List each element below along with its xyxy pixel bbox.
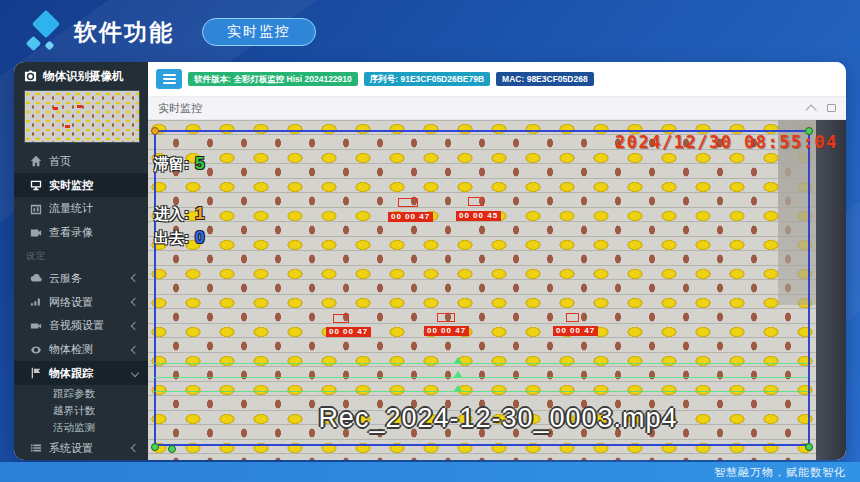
detect-icon [30,344,42,356]
sidebar-item-label: 网络设置 [49,295,125,310]
sidebar-item-live-monitor[interactable]: 实时监控 [14,173,148,197]
sidebar-item-recordings[interactable]: 查看录像 [14,221,148,245]
counting-line-direction-icon [454,371,462,377]
sidebar-item-av-settings[interactable]: 音视频设置 [14,314,148,338]
detection-box [566,313,579,322]
sidebar-item-system-settings[interactable]: 系统设置 [14,436,148,460]
video-background-edge [816,120,846,460]
chevron-collapsed-icon [131,345,139,353]
detection-region-border [154,130,810,446]
flag-icon [30,367,42,379]
detection-timer-label: 00 00 47 [424,326,469,336]
camera-thumbnail[interactable] [24,90,140,143]
footer: 智慧融万物，赋能数智化 [0,462,860,482]
sidebar-subitem-activity-monitor[interactable]: 活动监测 [14,419,148,436]
sidebar-item-cloud-service[interactable]: 云服务 [14,266,148,290]
playback-icon [30,227,42,239]
system-icon [30,442,42,454]
sidebar-subitem-crossing-count[interactable]: 越界计数 [14,402,148,419]
counting-line [154,391,808,392]
roi-handle-top-left[interactable] [151,127,159,135]
counter-exited: 出去: 0 [154,228,204,248]
section-title: 实时监控 [158,101,202,116]
serial-badge: 序列号: 91E3CF05D26BE79B [364,72,490,86]
video-timestamp: 2024/12/30 08:55:04 [615,132,838,152]
brand-logo-icon [26,10,66,54]
footer-slogan: 智慧融万物，赋能数智化 [714,465,846,480]
counter-entered: 进入: 1 [154,204,204,224]
video-filename-overlay: Rec_2024-12-30_0003.mp4 [233,403,763,434]
sidebar-item-label: 物体跟踪 [49,366,125,381]
sidebar-item-label: 云服务 [49,271,125,286]
section-strip: 实时监控 [148,96,846,120]
sidebar-item-label: 查看录像 [49,225,93,240]
detection-timer-label: 00 00 45 [456,211,501,221]
sidebar-item-traffic-stats[interactable]: 流量统计 [14,197,148,221]
sidebar: 物体识别摄像机 首页 实时监控 流量统计 查看录像 设定 云服务 [14,62,148,460]
main-content: 软件版本: 全彩灯板监控 Hisi 2024122910 序列号: 91E3CF… [148,62,846,460]
camera-icon [24,70,37,83]
chevron-collapsed-icon [131,274,139,282]
detection-timer-label: 00 00 47 [553,326,598,336]
sidebar-header: 物体识别摄像机 [14,62,148,89]
network-icon [30,296,42,308]
counter-exited-value: 0 [195,228,204,248]
counting-line-direction-icon [454,357,462,363]
settings-section-label: 设定 [14,244,148,266]
sidebar-item-label: 流量统计 [49,201,93,216]
monitor-icon [30,179,42,191]
sidebar-item-label: 首页 [49,154,71,169]
home-icon [30,155,42,167]
version-badge: 软件版本: 全彩灯板监控 Hisi 2024122910 [188,72,358,86]
sidebar-item-label: 实时监控 [49,178,93,193]
cloud-icon [30,272,42,284]
counter-staying: 滞留: 5 [154,154,204,174]
sidebar-item-network-settings[interactable]: 网络设置 [14,290,148,314]
topbar: 软件版本: 全彩灯板监控 Hisi 2024122910 序列号: 91E3CF… [148,62,846,96]
sidebar-subitem-tracking-params[interactable]: 跟踪参数 [14,385,148,402]
av-icon [30,320,42,332]
chevron-collapsed-icon [131,444,139,452]
hamburger-menu-button[interactable] [156,69,182,89]
counter-staying-value: 5 [195,154,204,174]
video-feed[interactable]: 2024/12/30 08:55:04 滞留: 5 进入: 1 出去: 0 00… [148,120,846,460]
detection-timer-label: 00 00 47 [326,327,371,337]
detection-timer-label: 00 00 47 [388,212,433,222]
chevron-expanded-icon [131,369,139,377]
detection-box [333,314,349,323]
sidebar-item-label: 音视频设置 [49,318,125,333]
sidebar-item-object-tracking[interactable]: 物体跟踪 [14,361,148,385]
roi-handle-bottom-left[interactable] [151,443,159,451]
roi-handle-bottom-left-2[interactable] [168,445,176,453]
detection-box [437,313,455,322]
fullscreen-icon[interactable] [827,104,836,112]
sidebar-item-object-detection[interactable]: 物体检测 [14,338,148,362]
page-header: 软件功能 实时监控 [26,8,316,56]
sidebar-item-label: 物体检测 [49,342,125,357]
page-title: 软件功能 [74,17,174,48]
counting-line-direction-icon [454,385,462,391]
mac-badge: MAC: 98E3CF05D268 [496,72,594,86]
roi-handle-bottom-right[interactable] [805,443,813,451]
chevron-collapsed-icon [131,298,139,306]
sidebar-item-home[interactable]: 首页 [14,149,148,173]
sidebar-item-label: 系统设置 [49,441,125,456]
counting-line [154,377,808,378]
counter-entered-value: 1 [195,204,204,224]
detection-box [398,198,418,207]
chevron-collapsed-icon [131,322,139,330]
live-monitor-pill-button[interactable]: 实时监控 [202,18,316,46]
counting-line [154,363,808,364]
detection-box [468,197,484,206]
sidebar-title: 物体识别摄像机 [43,69,124,84]
stats-icon [30,203,42,215]
collapse-icon[interactable] [805,104,816,115]
app-window: 物体识别摄像机 首页 实时监控 流量统计 查看录像 设定 云服务 [14,62,846,460]
